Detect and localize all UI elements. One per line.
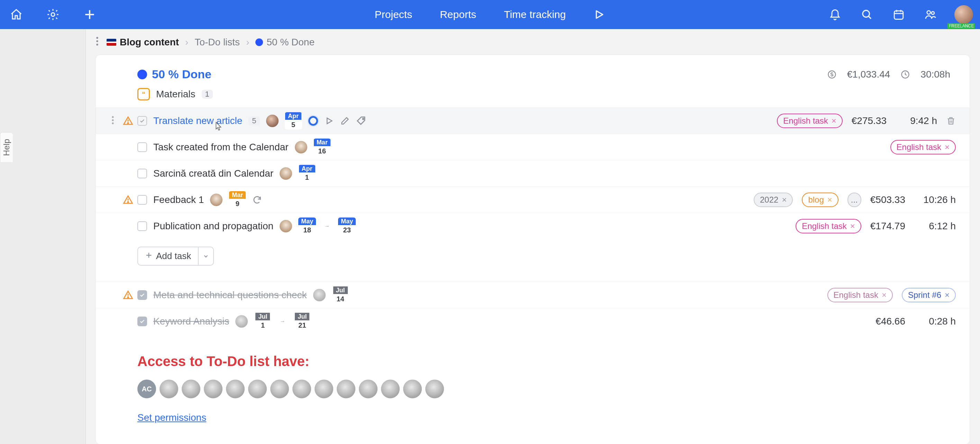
start-date-badge[interactable]: Jul 1 [254, 313, 271, 330]
access-avatar[interactable] [425, 380, 444, 398]
tag-remove-icon[interactable]: × [882, 290, 886, 300]
access-avatar[interactable] [403, 380, 422, 398]
task-assignee-avatar[interactable] [210, 193, 223, 206]
tag-remove-icon[interactable]: × [832, 116, 837, 126]
breadcrumb-todo-lists[interactable]: To-Do lists [194, 37, 240, 48]
access-avatar[interactable] [226, 380, 245, 398]
task-checkbox[interactable] [137, 221, 147, 231]
add-task-dropdown[interactable] [198, 247, 213, 265]
search-icon[interactable] [859, 6, 875, 22]
due-date-badge[interactable]: Apr 1 [298, 165, 316, 182]
due-date-badge[interactable]: Jul 14 [332, 286, 349, 304]
add-icon[interactable] [82, 6, 98, 22]
task-row[interactable]: Publication and propagation May 18 → May… [96, 212, 970, 239]
recurring-icon[interactable] [252, 195, 262, 205]
tag-icon[interactable] [356, 116, 366, 126]
nav-projects[interactable]: Projects [375, 9, 412, 21]
task-right: English task × Sprint #6 × [827, 288, 956, 302]
task-title[interactable]: Task created from the Calendar [153, 142, 289, 153]
task-assignee-avatar[interactable] [266, 115, 278, 127]
warning-icon [123, 290, 133, 300]
task-checkbox[interactable] [137, 169, 147, 178]
access-avatar[interactable] [381, 380, 400, 398]
task-row[interactable]: Keyword Analysis Jul 1 → Jul 21 €46.66 0… [96, 308, 970, 334]
delete-icon[interactable] [946, 116, 956, 126]
task-title[interactable]: Keyword Analysis [153, 316, 229, 327]
access-avatar[interactable] [337, 380, 355, 398]
tag-remove-icon[interactable]: × [782, 195, 787, 205]
task-row[interactable]: Feedback 1 Mar 9 2022 × [96, 186, 970, 212]
access-avatar[interactable] [270, 380, 289, 398]
tag-english-task[interactable]: English task × [795, 219, 861, 233]
help-side-tab[interactable]: Help [0, 132, 13, 163]
access-avatar[interactable] [359, 380, 377, 398]
task-checkbox[interactable] [137, 116, 147, 126]
task-assignee-avatar[interactable] [313, 289, 326, 301]
play-icon[interactable] [593, 9, 605, 21]
task-title[interactable]: Feedback 1 [153, 194, 204, 205]
task-title[interactable]: Sarcină creată din Calendar [153, 168, 274, 179]
materials-icon [137, 88, 150, 101]
nav-time-tracking[interactable]: Time tracking [504, 9, 566, 21]
task-assignee-avatar[interactable] [235, 315, 248, 327]
tag-sprint-6[interactable]: Sprint #6 × [902, 288, 956, 302]
breadcrumb-project[interactable]: Blog content [107, 37, 179, 48]
settings-gear-icon[interactable] [45, 6, 61, 22]
start-date-badge[interactable]: May 18 [298, 217, 316, 235]
task-checkbox[interactable] [137, 316, 147, 326]
task-checkbox[interactable] [137, 290, 147, 300]
calendar-icon[interactable] [891, 6, 907, 22]
due-date-badge[interactable]: Mar 16 [313, 139, 331, 156]
task-assignee-avatar[interactable] [295, 141, 307, 153]
nav-reports[interactable]: Reports [440, 9, 476, 21]
list-title[interactable]: 50 % Done [137, 67, 212, 81]
access-avatar[interactable] [182, 380, 200, 398]
task-row[interactable]: Sarcină creată din Calendar Apr 1 [96, 160, 970, 186]
tag-remove-icon[interactable]: × [827, 195, 832, 205]
due-date-badge[interactable]: Mar 9 [229, 191, 246, 209]
svg-point-5 [96, 37, 98, 39]
task-checkbox[interactable] [137, 195, 147, 205]
add-task-button[interactable]: Add task [137, 247, 214, 266]
task-title[interactable]: Meta and technical questions check [153, 289, 307, 300]
people-icon[interactable] [923, 6, 939, 22]
task-row[interactable]: Task created from the Calendar Mar 16 En… [96, 134, 970, 160]
tag-english-task[interactable]: English task × [890, 140, 956, 155]
home-icon[interactable] [8, 6, 24, 22]
tag-remove-icon[interactable]: × [945, 142, 950, 152]
drag-handle-icon[interactable] [110, 116, 115, 126]
edit-icon[interactable] [340, 116, 350, 126]
breadcrumb-menu-icon[interactable] [94, 36, 100, 48]
task-checkbox[interactable] [137, 142, 147, 152]
access-avatar[interactable] [204, 380, 223, 398]
access-avatar[interactable]: AC [137, 380, 156, 398]
task-title[interactable]: Translate new article [153, 115, 242, 126]
tag-2022[interactable]: 2022 × [754, 193, 793, 207]
access-avatar[interactable] [248, 380, 267, 398]
tag-blog[interactable]: blog × [802, 193, 838, 207]
access-avatar[interactable] [159, 380, 178, 398]
task-title[interactable]: Publication and propagation [153, 220, 274, 232]
tag-english-task[interactable]: English task × [777, 113, 842, 128]
breadcrumb-current-list[interactable]: 50 % Done [255, 37, 315, 48]
end-date-badge[interactable]: May 23 [338, 217, 356, 235]
access-avatar[interactable] [293, 380, 311, 398]
end-date-badge[interactable]: Jul 21 [293, 313, 311, 330]
task-left: Translate new article 5 Apr 5 [137, 112, 366, 129]
task-row[interactable]: Meta and technical questions check Jul 1… [96, 281, 970, 308]
play-icon[interactable] [324, 116, 334, 126]
materials-row[interactable]: Materials 1 [96, 81, 970, 107]
notifications-icon[interactable] [827, 6, 843, 22]
task-status-icon[interactable] [308, 116, 318, 126]
access-avatar[interactable] [315, 380, 333, 398]
tag-english-task[interactable]: English task × [827, 288, 893, 302]
task-assignee-avatar[interactable] [280, 167, 292, 180]
due-date-badge[interactable]: Apr 5 [285, 112, 302, 129]
tag-remove-icon[interactable]: × [945, 290, 950, 300]
current-user-avatar[interactable]: FREELANCE [955, 5, 973, 24]
task-row[interactable]: Translate new article 5 Apr 5 [96, 107, 970, 134]
tag-remove-icon[interactable]: × [850, 221, 855, 231]
set-permissions-link[interactable]: Set permissions [137, 412, 206, 423]
task-assignee-avatar[interactable] [280, 220, 292, 232]
more-tags-button[interactable]: ... [848, 193, 861, 207]
